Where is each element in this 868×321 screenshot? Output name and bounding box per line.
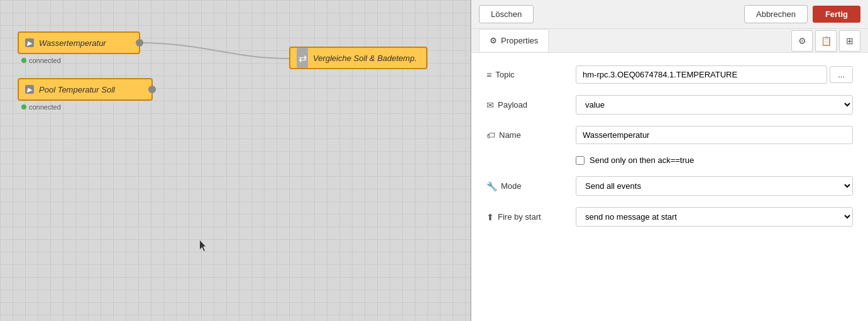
node-port-right-2 [148,86,156,93]
tab-properties[interactable]: ⚙ Properties [479,29,549,52]
form-row-name: 🏷 Name [486,126,853,144]
form-row-fire: ⬆ Fire by start send no message at start… [486,207,853,227]
tab-gear-btn[interactable]: ⚙ [791,30,813,52]
node-port-left-2: ▶ [25,85,34,94]
node-label-pool: Pool Temperatur Soll [39,85,115,94]
node-label-vergleiche: Vergleiche Soll & Badetemp. [313,54,417,63]
loschen-button[interactable]: Löschen [479,5,534,23]
mode-icon: 🔧 [486,181,497,191]
ack-checkbox[interactable] [576,156,585,165]
ack-label: Send only on then ack==true [590,155,694,165]
tab-clipboard-btn[interactable]: 📋 [815,30,837,52]
payload-icon: ✉ [486,100,494,110]
name-label: 🏷 Name [486,130,568,140]
name-input-group [576,126,853,144]
tab-properties-label: Properties [501,36,538,45]
form-row-topic: ≡ Topic ... [486,65,853,84]
node-port-compare-left: ⇄ [297,48,308,68]
status-dot-1 [21,58,26,63]
payload-label: ✉ Payload [486,100,568,110]
form-row-payload: ✉ Payload value json string [486,95,853,115]
mouse-cursor [200,240,207,252]
fertig-button[interactable]: Fertig [813,6,860,23]
node-vergleiche[interactable]: ⇄ Vergleiche Soll & Badetemp. [289,47,427,69]
panel-content: ≡ Topic ... ✉ Payload value json string [471,53,868,321]
node-port-right-1 [136,39,143,47]
form-row-mode: 🔧 Mode Send all events Send only on chan… [486,176,853,196]
mode-label: 🔧 Mode [486,181,568,191]
ack-row: Send only on then ack==true [576,155,853,165]
topic-dots-button[interactable]: ... [830,66,853,83]
clipboard-icon: 📋 [821,36,832,46]
mode-select[interactable]: Send all events Send only on change [576,176,853,196]
fire-input-group: send no message at start send last value… [576,207,853,227]
topic-icon: ≡ [486,70,492,80]
payload-input-group: value json string [576,95,853,115]
mode-input-group: Send all events Send only on change [576,176,853,196]
topic-input[interactable] [576,65,827,84]
gear-tab-icon: ⚙ [490,36,497,45]
grid-icon: ⊞ [846,36,854,46]
fire-label: ⬆ Fire by start [486,212,568,222]
topic-input-group: ... [576,65,853,84]
node-pool-temperatur[interactable]: ▶ Pool Temperatur Soll connected [18,78,153,101]
fire-select[interactable]: send no message at start send last value… [576,207,853,227]
panel-tabs: ⚙ Properties ⚙ 📋 ⊞ [471,29,868,53]
topic-label: ≡ Topic [486,70,568,80]
node-status-1: connected [21,57,61,64]
status-dot-2 [21,104,26,110]
node-wassertemperatur[interactable]: ▶ Wassertemperatur connected [18,31,140,54]
payload-select[interactable]: value json string [576,95,853,115]
node-status-2: connected [21,103,61,111]
panel: Löschen Abbrechen Fertig ⚙ Properties ⚙ … [471,0,868,321]
node-label-wassertemperatur: Wassertemperatur [39,38,106,48]
name-input[interactable] [576,126,853,144]
canvas: ▶ Wassertemperatur connected ▶ Pool Temp… [0,0,471,321]
abbrechen-button[interactable]: Abbrechen [744,5,808,23]
name-icon: 🏷 [486,130,495,140]
fire-icon: ⬆ [486,212,494,222]
node-port-left-1: ▶ [25,38,34,47]
panel-topbar: Löschen Abbrechen Fertig [471,0,868,29]
tab-grid-btn[interactable]: ⊞ [839,30,860,52]
